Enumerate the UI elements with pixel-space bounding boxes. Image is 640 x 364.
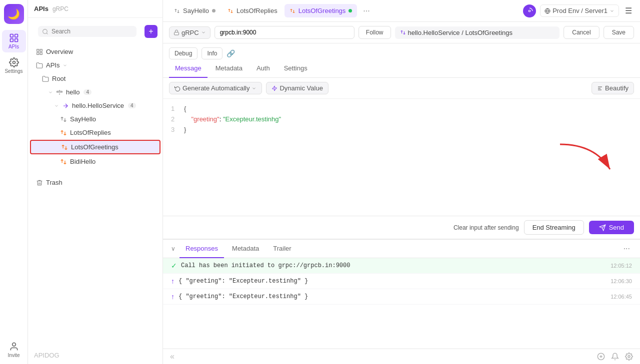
lotsofgreetings-icon (61, 144, 68, 151)
tree-root[interactable]: Root (30, 72, 160, 85)
code-content-2: "greeting": "Excepteur.testinhg" (184, 114, 281, 125)
editor-toolbar: Generate Automatically Dynamic Value Be (163, 78, 640, 99)
beautify-icon (597, 85, 603, 91)
main-footer: « (163, 349, 640, 364)
responses-chevron[interactable]: ∨ (169, 241, 178, 256)
response-time-2: 12:06:30 (610, 278, 632, 284)
tree-apis[interactable]: APIs (30, 59, 160, 71)
svg-line-7 (46, 33, 48, 34)
success-icon: ✓ (171, 262, 177, 270)
line-num-3: 3 (171, 125, 179, 135)
generate-chevron-icon (252, 86, 256, 91)
beautify-button[interactable]: Beautify (592, 82, 634, 94)
tree-hello[interactable]: hello 4 (30, 86, 160, 98)
settings-footer-icon[interactable] (625, 353, 633, 361)
generate-automatically-button[interactable]: Generate Automatically (169, 82, 262, 94)
svg-point-4 (12, 61, 15, 64)
sidebar-item-apis[interactable]: APIs (2, 30, 26, 52)
lotsofgreetings-tab-icon (290, 8, 296, 14)
generate-label: Generate Automatically (182, 84, 250, 92)
lotsofgreetings-label: LotsOfGreetings (71, 143, 118, 151)
tree-trash[interactable]: Trash (30, 176, 160, 189)
tree-header: APIs gRPC (28, 0, 162, 18)
response-text-1: Call has been initiated to grpc://grpcb.… (181, 262, 606, 269)
tree-lotsofgreetings[interactable]: LotsOfGreetings (30, 140, 160, 154)
chevrons-left-icon[interactable]: « (170, 352, 174, 361)
tree-footer: APIDOG (28, 347, 162, 364)
tab-more-button[interactable]: ··· (361, 4, 372, 17)
hello-badge: 4 (84, 89, 92, 95)
protocol-chevron-icon (201, 30, 206, 35)
tab-metadata[interactable]: Metadata (210, 59, 248, 78)
tree-sayhello[interactable]: SayHello (30, 113, 160, 125)
tab-lotsofreplies[interactable]: LotsOfReplies (222, 4, 282, 17)
tab-sayhello-label: SayHello (183, 7, 209, 14)
code-line-3: 3 } (171, 125, 632, 135)
dot-menu-button[interactable]: ··· (620, 240, 634, 257)
panel-area: Debug Info 🔗 Message Metadata Auth Setti… (163, 43, 640, 239)
request-bar: gRPC Follow hello.HelloService / LotsOfG… (163, 22, 640, 43)
footer-left: « (170, 352, 174, 361)
tab-settings[interactable]: Settings (278, 59, 314, 78)
send-label: Send (609, 224, 624, 231)
apis-title: APIs (34, 5, 48, 12)
endpoint-display: hello.HelloService / LotsOfGreetings (395, 26, 560, 39)
tab-lotsofgreetings[interactable]: LotsOfGreetings (284, 4, 358, 17)
grpc-subtitle: gRPC (52, 5, 68, 12)
dynamic-value-button[interactable]: Dynamic Value (266, 82, 328, 94)
sidebar-item-settings[interactable]: Settings (2, 54, 26, 77)
tab-responses[interactable]: Responses (180, 240, 224, 258)
tab-auth[interactable]: Auth (250, 59, 276, 78)
upload-icon[interactable] (597, 353, 605, 361)
response-row-2: ↑ { "greeting": "Excepteur.testinhg" } 1… (163, 274, 640, 289)
dynamic-label: Dynamic Value (280, 84, 322, 92)
tree-helloservice[interactable]: hello.HelloService 4 (30, 99, 160, 112)
footer-right (597, 353, 633, 361)
end-streaming-button[interactable]: End Streaming (524, 220, 584, 235)
url-input[interactable] (214, 26, 354, 39)
svg-rect-3 (14, 39, 18, 42)
tab-sayhello[interactable]: SayHello (169, 4, 220, 17)
follow-button[interactable]: Follow (358, 26, 391, 39)
responses-area: ∨ Responses Metadata Trailer ··· ✓ Call … (163, 239, 640, 349)
svg-rect-1 (14, 34, 18, 37)
lotsofreplies-label: LotsOfReplies (70, 129, 111, 136)
dynamic-icon (272, 85, 278, 91)
svg-marker-17 (272, 86, 277, 91)
topbar-right: Prod Env / Server1 ☰ (523, 4, 634, 17)
cancel-button[interactable]: Cancel (564, 26, 599, 39)
code-area[interactable]: 1 { 2 "greeting": "Excepteur.testinhg" 3… (163, 99, 640, 216)
save-button[interactable]: Save (604, 26, 634, 39)
bidihello-label: BidiHello (70, 158, 96, 165)
logo-button[interactable]: 🌙 (4, 4, 24, 24)
code-line-2: 2 "greeting": "Excepteur.testinhg" (171, 114, 632, 125)
protocol-label: gRPC (182, 29, 199, 36)
bottom-action-bar: Clear input after sending End Streaming … (163, 216, 640, 239)
response-text-2: { "greeting": "Excepteur.testinhg" } (178, 278, 606, 285)
protocol-selector[interactable]: gRPC (169, 26, 210, 39)
sayhello-tab-icon (174, 8, 180, 14)
root-folder-icon (42, 75, 49, 82)
tab-res-metadata[interactable]: Metadata (226, 240, 265, 258)
tab-message[interactable]: Message (169, 59, 208, 78)
bell-icon[interactable] (611, 353, 619, 361)
tree-lotsofreplies[interactable]: LotsOfReplies (30, 126, 160, 139)
send-button[interactable]: Send (589, 221, 634, 234)
link-icon[interactable]: 🔗 (226, 49, 235, 57)
env-selector[interactable]: Prod Env / Server1 (540, 4, 619, 17)
hamburger-menu[interactable]: ☰ (623, 4, 634, 17)
tree-overview[interactable]: Overview (30, 45, 160, 58)
debug-button[interactable]: Debug (169, 47, 198, 59)
svg-point-27 (628, 356, 630, 358)
tab-lotsofreplies-label: LotsOfReplies (236, 7, 278, 14)
info-button[interactable]: Info (202, 47, 222, 59)
tab-sayhello-dot (212, 9, 216, 12)
tree-bidihello[interactable]: BidiHello (30, 155, 160, 168)
settings-label: Settings (4, 68, 22, 74)
tab-trailer[interactable]: Trailer (267, 240, 297, 258)
svg-rect-2 (10, 39, 13, 42)
notification-icon[interactable] (523, 4, 536, 17)
add-button[interactable]: + (144, 25, 158, 38)
sidebar-item-invite[interactable]: Invite (2, 339, 26, 364)
search-input[interactable] (52, 28, 132, 35)
